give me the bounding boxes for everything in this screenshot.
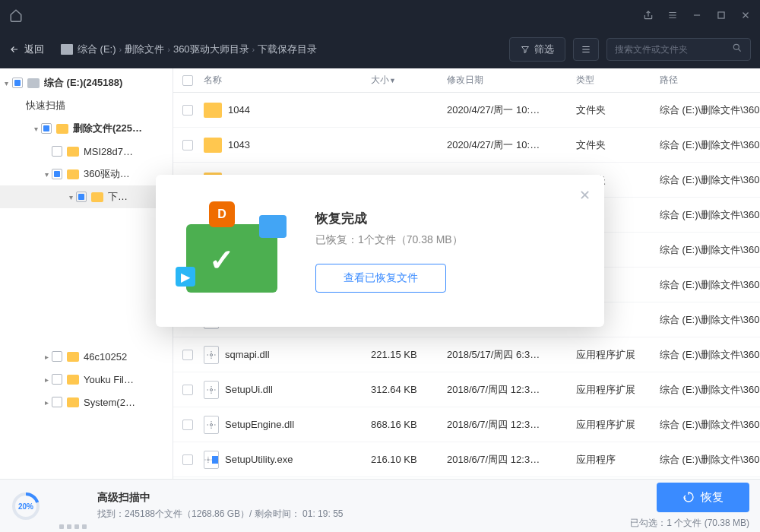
- file-path: 综合 (E:)\删除文件\360…: [660, 453, 760, 467]
- breadcrumb: 综合 (E:) › 删除文件 › 360驱动大师目录 › 下载保存目录: [61, 43, 317, 56]
- crumb-disk[interactable]: 综合 (E:): [61, 43, 116, 56]
- search-input[interactable]: [615, 44, 732, 55]
- file-date: 2020/4/27/周一 10:…: [447, 138, 576, 152]
- checkbox[interactable]: [52, 146, 62, 157]
- col-size[interactable]: 大小▼: [371, 74, 447, 87]
- modal-title: 恢复完成: [315, 210, 581, 227]
- checkbox[interactable]: [52, 374, 62, 385]
- modal-illustration: ✓ D ▶: [179, 201, 293, 300]
- tree-item[interactable]: ▸System(2…: [0, 391, 173, 413]
- file-date: 2020/4/27/周一 10:…: [447, 103, 576, 117]
- disk-icon: [27, 78, 40, 88]
- folder-icon: [91, 192, 103, 202]
- crumb-2[interactable]: 360驱动大师目录: [173, 43, 249, 56]
- sidebar-tree[interactable]: ▾ 综合 (E:)(245188) 快速扫描 ▾ 删除文件(225… MSI28…: [0, 68, 173, 479]
- checkbox[interactable]: [76, 192, 87, 202]
- file-row[interactable]: 10442020/4/27/周一 10:…文件夹综合 (E:)\删除文件\360…: [173, 93, 760, 128]
- tree-item[interactable]: ▾下…: [0, 185, 173, 208]
- file-row[interactable]: SetupUi.dll312.64 KB2018/6/7/周四 12:3…应用程…: [173, 372, 760, 407]
- select-all-checkbox[interactable]: [182, 75, 193, 86]
- file-name: 1044: [228, 104, 250, 116]
- tree-item[interactable]: ▾360驱动…: [0, 163, 173, 185]
- menu-icon[interactable]: [667, 10, 678, 21]
- scan-detail: 找到：245188个文件（1268.86 GB）/ 剩余时间： 01: 19: …: [97, 508, 343, 521]
- folder-icon: [67, 397, 79, 407]
- tree-item[interactable]: ▸Youku Fil…: [0, 368, 173, 391]
- progress-percent: 20%: [18, 502, 33, 510]
- file-row[interactable]: sqmapi.dll221.15 KB2018/5/17/周四 6:3…应用程序…: [173, 337, 760, 372]
- file-name: SetupEngine.dll: [225, 419, 294, 430]
- row-checkbox[interactable]: [182, 385, 193, 395]
- file-date: 2018/6/7/周四 12:3…: [447, 383, 576, 397]
- col-path[interactable]: 路径: [660, 74, 760, 87]
- svg-point-7: [211, 423, 213, 426]
- file-size: 312.64 KB: [371, 384, 447, 395]
- close-icon[interactable]: ✕: [579, 187, 591, 204]
- crumb-1[interactable]: 删除文件: [125, 43, 164, 56]
- file-path: 综合 (E:)\删除文件\360…: [660, 208, 760, 222]
- col-type[interactable]: 类型: [576, 74, 660, 87]
- svg-rect-0: [718, 12, 724, 18]
- home-icon[interactable]: [9, 8, 23, 22]
- row-checkbox[interactable]: [182, 420, 193, 430]
- tree-quickscan[interactable]: 快速扫描: [0, 94, 173, 117]
- file-name: 1043: [228, 139, 250, 150]
- filter-button[interactable]: 筛选: [509, 37, 565, 62]
- checkbox[interactable]: [52, 397, 62, 407]
- back-label: 返回: [24, 43, 44, 56]
- file-path: 综合 (E:)\删除文件\360…: [660, 173, 760, 187]
- back-button[interactable]: 返回: [9, 43, 44, 56]
- folder-icon: [67, 147, 79, 157]
- file-path: 综合 (E:)\删除文件\360…: [660, 348, 760, 362]
- search-box[interactable]: [606, 38, 751, 61]
- chevron-down-icon[interactable]: ▾: [0, 79, 12, 87]
- checkbox[interactable]: [52, 169, 62, 179]
- file-size: 216.10 KB: [371, 454, 447, 465]
- progress-spinner: 20%: [11, 491, 41, 521]
- footer-bar: 20% 高级扫描中 找到：245188个文件（1268.86 GB）/ 剩余时间…: [0, 479, 760, 532]
- folder-icon: [204, 103, 222, 118]
- checkbox[interactable]: [12, 78, 23, 88]
- close-icon[interactable]: [740, 10, 751, 21]
- checkbox[interactable]: [52, 351, 62, 362]
- file-date: 2018/5/17/周四 6:3…: [447, 348, 576, 362]
- list-view-button[interactable]: [573, 38, 599, 61]
- share-icon[interactable]: [643, 10, 654, 21]
- file-icon: [204, 416, 219, 434]
- search-icon[interactable]: [732, 43, 743, 56]
- chevron-icon[interactable]: ▸: [0, 353, 49, 361]
- file-row[interactable]: SetupEngine.dll868.16 KB2018/6/7/周四 12:3…: [173, 407, 760, 442]
- svg-point-5: [211, 353, 213, 356]
- pause-icon[interactable]: [59, 524, 87, 529]
- row-checkbox[interactable]: [182, 350, 193, 360]
- tree-item[interactable]: MSI28d7…: [0, 140, 173, 163]
- file-row[interactable]: 10432020/4/27/周一 10:…文件夹综合 (E:)\删除文件\360…: [173, 128, 760, 163]
- file-icon: [204, 346, 219, 364]
- recover-button[interactable]: 恢复: [657, 483, 749, 512]
- tree-deleted[interactable]: ▾ 删除文件(225…: [0, 117, 173, 140]
- svg-point-6: [211, 388, 213, 391]
- file-type: 文件夹: [576, 138, 660, 152]
- chevron-icon[interactable]: ▾: [0, 170, 49, 179]
- chevron-icon[interactable]: ▾: [0, 193, 73, 201]
- chevron-icon[interactable]: ▸: [0, 398, 49, 407]
- tree-item[interactable]: ▸46c10252: [0, 345, 173, 368]
- crumb-3[interactable]: 下载保存目录: [258, 43, 317, 56]
- row-checkbox[interactable]: [182, 140, 193, 150]
- view-recovered-button[interactable]: 查看已恢复文件: [315, 264, 446, 293]
- maximize-icon[interactable]: [716, 10, 727, 21]
- checkbox[interactable]: [41, 123, 52, 134]
- file-path: 综合 (E:)\删除文件\360…: [660, 138, 760, 152]
- chevron-icon[interactable]: ▸: [0, 375, 49, 384]
- row-checkbox[interactable]: [182, 454, 193, 465]
- col-name[interactable]: 名称: [204, 74, 371, 87]
- folder-icon: [204, 138, 222, 153]
- chevron-down-icon[interactable]: ▾: [0, 125, 38, 133]
- col-date[interactable]: 修改日期: [447, 74, 576, 87]
- file-row[interactable]: SetupUtility.exe216.10 KB2018/6/7/周四 12:…: [173, 442, 760, 477]
- minimize-icon[interactable]: [692, 10, 702, 21]
- tree-root[interactable]: ▾ 综合 (E:)(245188): [0, 71, 173, 94]
- file-path: 综合 (E:)\删除文件\360…: [660, 418, 760, 432]
- recovery-complete-dialog: ✕ ✓ D ▶ 恢复完成 已恢复：1个文件（70.38 MB） 查看已恢复文件: [156, 175, 604, 327]
- row-checkbox[interactable]: [182, 105, 193, 116]
